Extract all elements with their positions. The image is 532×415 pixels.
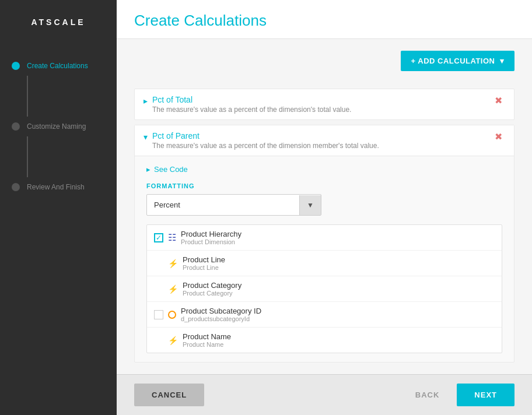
app-logo: ATSCALE (31, 17, 85, 27)
page-title: Create Calculations (134, 12, 514, 30)
step-connector-2 (27, 136, 28, 177)
format-selected-value: Percent (147, 195, 299, 215)
dim-radio-subcategory-id[interactable] (168, 311, 176, 319)
dim-name-product-line: Product Line (183, 255, 225, 264)
calc-item-pct-of-parent: ▾ Pct of Parent The measure's value as a… (134, 125, 514, 363)
calc-desc-pct-total: The measure's value as a percent of the … (152, 105, 351, 114)
dim-name-subcategory-id: Product Subcategory ID (181, 307, 261, 315)
sidebar-item-review-finish[interactable]: Review And Finish (12, 177, 117, 197)
steps-list: Create Calculations Customize Naming Rev… (0, 56, 117, 197)
delete-pct-parent-button[interactable]: ✖ (492, 131, 505, 142)
sidebar-item-customize-naming[interactable]: Customize Naming (12, 117, 117, 136)
formatting-section-label: FORMATTING (146, 182, 502, 189)
dimension-list: ✓ ☷ Product Hierarchy Product Dimension … (146, 224, 502, 353)
next-button[interactable]: NEXT (457, 384, 514, 406)
dim-sub-product-hierarchy: Product Dimension (181, 238, 242, 245)
main-panel: Create Calculations + ADD CALCULATION ▾ … (117, 0, 532, 415)
lightning-icon-product-line: ⚡ (168, 259, 178, 268)
calc-desc-pct-parent: The measure's value as a percent of the … (152, 142, 379, 150)
calc-info-pct-total: Pct of Total The measure's value as a pe… (152, 95, 351, 114)
step-connector-1 (27, 76, 28, 117)
expand-pct-total-icon[interactable]: ▸ (144, 96, 148, 105)
dim-checkbox-subcategory-id[interactable] (154, 310, 163, 319)
calc-info-pct-parent: Pct of Parent The measure's value as a p… (152, 131, 379, 150)
format-dropdown-arrow[interactable]: ▼ (299, 195, 321, 215)
main-footer: CANCEL BACK NEXT (117, 374, 532, 415)
expanded-body: ▸ See Code FORMATTING Percent ▼ ✓ (135, 156, 514, 362)
dim-name-product-category: Product Category (183, 281, 242, 290)
sidebar-item-create-calculations[interactable]: Create Calculations (12, 56, 117, 76)
step-label-review: Review And Finish (27, 183, 85, 191)
dim-info-product-hierarchy: Product Hierarchy Product Dimension (181, 230, 242, 245)
step-dot-create (12, 62, 20, 70)
calc-item-pct-of-total: ▸ Pct of Total The measure's value as a … (134, 89, 514, 120)
dim-sub-subcategory-id: d_productsubcategoryId (181, 315, 261, 322)
main-body: + ADD CALCULATION ▾ ▸ Pct of Total The m… (117, 39, 532, 374)
dim-row-product-subcategory-id[interactable]: Product Subcategory ID d_productsubcateg… (147, 302, 502, 328)
calc-name-pct-total: Pct of Total (152, 95, 351, 104)
dim-checkbox-product-hierarchy[interactable]: ✓ (154, 233, 163, 242)
main-header: Create Calculations (117, 0, 532, 39)
checkmark-icon: ✓ (156, 234, 162, 242)
add-calculation-label: + ADD CALCULATION (411, 57, 495, 65)
dim-sub-product-category: Product Category (183, 290, 242, 297)
dim-row-product-hierarchy[interactable]: ✓ ☷ Product Hierarchy Product Dimension (147, 225, 502, 251)
sidebar: ATSCALE Create Calculations Customize Na… (0, 0, 117, 415)
hierarchy-icon: ☷ (168, 232, 176, 243)
footer-right: BACK NEXT (404, 384, 514, 406)
see-code-row[interactable]: ▸ See Code (146, 165, 502, 174)
dim-info-product-line: Product Line Product Line (183, 255, 225, 271)
dim-row-product-category[interactable]: ⚡ Product Category Product Category (147, 276, 502, 302)
dim-name-product-name: Product Name (183, 332, 231, 341)
format-select[interactable]: Percent ▼ (146, 194, 321, 216)
dim-row-product-name[interactable]: ⚡ Product Name Product Name (147, 328, 502, 353)
chevron-down-icon: ▾ (500, 57, 505, 65)
dim-sub-product-line: Product Line (183, 264, 225, 271)
dim-info-subcategory-id: Product Subcategory ID d_productsubcateg… (181, 307, 261, 322)
dim-name-product-hierarchy: Product Hierarchy (181, 230, 242, 238)
dim-info-product-name: Product Name Product Name (183, 332, 231, 348)
lightning-icon-product-name: ⚡ (168, 336, 178, 345)
dim-row-product-line[interactable]: ⚡ Product Line Product Line (147, 251, 502, 276)
dim-sub-product-name: Product Name (183, 341, 231, 348)
see-code-chevron-icon: ▸ (146, 165, 150, 174)
dim-info-product-category: Product Category Product Category (183, 281, 242, 297)
lightning-icon-product-category: ⚡ (168, 284, 178, 294)
back-button[interactable]: BACK (404, 384, 452, 406)
add-calculation-button[interactable]: + ADD CALCULATION ▾ (401, 51, 514, 71)
cancel-button[interactable]: CANCEL (134, 384, 204, 406)
step-label-create: Create Calculations (27, 62, 88, 70)
delete-pct-total-button[interactable]: ✖ (492, 95, 505, 106)
collapse-pct-parent-icon[interactable]: ▾ (144, 132, 148, 142)
calc-expanded-header: ▾ Pct of Parent The measure's value as a… (135, 125, 514, 156)
step-label-customize: Customize Naming (27, 122, 86, 131)
see-code-label: See Code (154, 165, 188, 174)
step-dot-customize (12, 122, 20, 131)
calc-name-pct-parent: Pct of Parent (152, 131, 379, 140)
step-dot-review (12, 183, 20, 191)
